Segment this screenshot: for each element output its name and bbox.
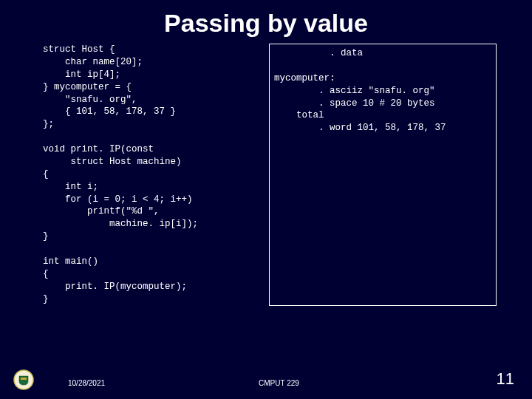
svg-rect-1 — [21, 378, 27, 380]
footer: 10/28/2021 CMPUT 229 11 — [0, 369, 532, 390]
footer-date: 10/28/2021 — [68, 379, 105, 387]
c-code-block: struct Host { char name[20]; int ip[4]; … — [43, 44, 260, 306]
page-number: 11 — [497, 369, 514, 389]
content-area: struct Host { char name[20]; int ip[4]; … — [0, 44, 532, 306]
slide-title: Passing by value — [0, 0, 532, 44]
footer-course: CMPUT 229 — [259, 379, 299, 387]
assembly-code-block: . data mycomputer: . asciiz "snafu. org"… — [269, 44, 497, 306]
university-logo-icon — [13, 369, 34, 390]
